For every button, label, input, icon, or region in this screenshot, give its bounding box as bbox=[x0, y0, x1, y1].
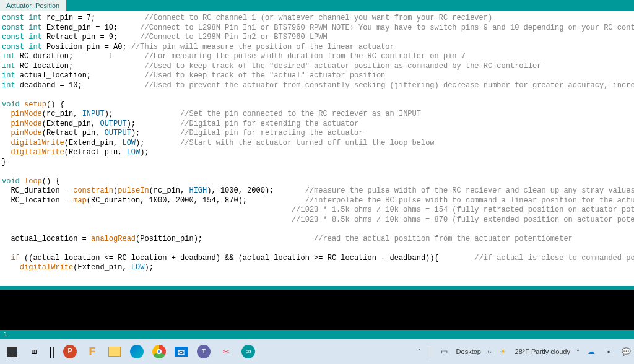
mail-icon[interactable]: ✉ bbox=[172, 342, 191, 361]
tray-expand-icon[interactable]: ˄ bbox=[576, 349, 580, 355]
comment: //Set the pin connected to the RC reciev… bbox=[180, 110, 421, 118]
code-text: RC_location; bbox=[15, 62, 74, 71]
comment: //Connect to RC channel 1 (or whatever c… bbox=[144, 14, 492, 22]
comment: //1023 * 1.5k ohms / 10k ohms = 154 (ful… bbox=[292, 206, 634, 214]
arduino-icon[interactable]: ∞ bbox=[239, 342, 258, 361]
keyword: const int bbox=[2, 43, 42, 51]
comment: //Used to prevent the actuator from cons… bbox=[144, 81, 634, 90]
code-text: Retract_pin = 9; bbox=[42, 33, 118, 41]
function-call: digitalWrite bbox=[11, 139, 64, 147]
comment: //Used to keep track of the "actual" act… bbox=[144, 71, 385, 80]
keyword: int bbox=[2, 81, 15, 90]
console-output[interactable] bbox=[0, 290, 634, 330]
code-text: RC_duration = bbox=[2, 186, 73, 195]
constant: OUTPUT bbox=[105, 129, 131, 137]
code-text: Extend_pin = 10; bbox=[42, 24, 118, 32]
code-text: ); bbox=[144, 263, 153, 272]
battery-icon[interactable]: ▪ bbox=[603, 346, 614, 357]
code-text: (Retract_pin, bbox=[64, 148, 127, 157]
comment: //Digital pin for extending the actuator bbox=[180, 119, 358, 128]
snip-icon[interactable]: ✂ bbox=[217, 342, 235, 361]
code-text: (Retract_pin, bbox=[42, 129, 105, 137]
function-call: constrain bbox=[73, 186, 113, 195]
function-name: loop bbox=[24, 177, 42, 186]
keyword-if: if bbox=[2, 254, 20, 262]
code-text: actual_location; bbox=[15, 71, 91, 80]
constant: LOW bbox=[131, 263, 145, 272]
comment: //This pin will measure the position of … bbox=[127, 43, 394, 51]
constant: HIGH bbox=[189, 186, 207, 195]
comment: //measure the pulse width of the RC reci… bbox=[305, 186, 634, 195]
code-text: ); bbox=[105, 110, 113, 118]
file-explorer-icon[interactable] bbox=[105, 342, 124, 361]
editor-tab-bar: Actuator_Position bbox=[0, 0, 634, 11]
code-text: ); bbox=[127, 119, 136, 128]
teams-icon[interactable]: T bbox=[194, 342, 213, 361]
code-text: actual_location = bbox=[2, 235, 91, 243]
keyword: const int bbox=[2, 24, 42, 32]
chevron-up-icon[interactable]: ˄ bbox=[418, 349, 421, 355]
code-text: (Extend_pin, bbox=[73, 263, 131, 272]
comment: //Start with the actuator turned off unt… bbox=[180, 139, 434, 147]
function-call: digitalWrite bbox=[20, 263, 73, 272]
chevron-right-icon[interactable]: ›› bbox=[487, 349, 492, 355]
function-name: setup bbox=[24, 100, 46, 109]
windows-logo-icon bbox=[7, 347, 17, 357]
desktop-label[interactable]: Desktop bbox=[456, 348, 481, 355]
taskbar-divider-icon: ‖ bbox=[47, 342, 57, 361]
code-text: (Position_pin); bbox=[136, 235, 202, 243]
chrome-icon[interactable] bbox=[150, 342, 168, 361]
comment: //Connect to L298N Pin In1 or BTS7960 RP… bbox=[140, 24, 634, 32]
onedrive-icon[interactable]: ☁ bbox=[586, 346, 597, 357]
comment: //Used to keep track of the "desired" ac… bbox=[144, 62, 541, 71]
keyword: const int bbox=[2, 14, 42, 22]
comment: //read the actual position from the actu… bbox=[314, 235, 573, 243]
keyword: const int bbox=[2, 33, 42, 41]
edge-icon[interactable] bbox=[128, 342, 146, 361]
file-app-icon[interactable]: F bbox=[83, 342, 102, 361]
constant: OUTPUT bbox=[100, 119, 126, 128]
editor-container: const int rc_pin = 7; //Connect to RC ch… bbox=[0, 11, 634, 339]
comment: //Connect to L298N Pin In2 or BTS7960 LP… bbox=[140, 33, 327, 41]
function-call: pinMode bbox=[11, 119, 41, 128]
keyword: void bbox=[2, 177, 20, 186]
keyword: int bbox=[2, 71, 15, 80]
taskbar-tray: ˄ ▭ Desktop ›› ☀ 28°F Partly cloudy ˄ ☁ … bbox=[418, 345, 632, 358]
code-text: ), 1000, 2000); bbox=[207, 186, 274, 195]
notification-icon[interactable]: 💬 bbox=[620, 346, 632, 357]
task-view-button[interactable]: ⊞ bbox=[25, 342, 43, 361]
code-text: (rc_pin, bbox=[42, 110, 82, 118]
weather-icon: ☀ bbox=[498, 346, 509, 357]
code-editor[interactable]: const int rc_pin = 7; //Connect to RC ch… bbox=[0, 11, 634, 286]
code-text: ); bbox=[140, 148, 149, 157]
weather-text[interactable]: 28°F Partly cloudy bbox=[515, 348, 570, 355]
code-text: (rc_pin, bbox=[149, 186, 189, 195]
code-text: RC_location = bbox=[2, 196, 73, 205]
constant: LOW bbox=[122, 139, 136, 147]
desktop-peek-icon[interactable]: ▭ bbox=[439, 346, 450, 357]
tray-divider bbox=[430, 345, 430, 358]
function-call: pinMode bbox=[11, 129, 41, 137]
powerpoint-icon[interactable]: P bbox=[61, 342, 79, 361]
windows-taskbar: ⊞ ‖ P F ✉ T ✂ ∞ ˄ ▭ Desktop ›› ☀ 28°F Pa… bbox=[0, 339, 634, 364]
start-button[interactable] bbox=[2, 342, 21, 361]
code-text: ); bbox=[131, 129, 140, 137]
keyword: int bbox=[2, 52, 15, 61]
comment: //For measuring the pulse width duration… bbox=[144, 52, 465, 61]
constant: LOW bbox=[127, 148, 141, 157]
code-text: (Extend_pin, bbox=[42, 119, 100, 128]
function-call: digitalWrite bbox=[11, 148, 64, 157]
code-text: (Extend_pin, bbox=[64, 139, 123, 147]
comment: //if actual is close to commanded positi… bbox=[474, 254, 634, 262]
function-call: analogRead bbox=[91, 235, 136, 243]
code-text: deadband = 10; bbox=[15, 81, 82, 90]
tab-actuator-position[interactable]: Actuator_Position bbox=[0, 0, 66, 11]
code-text: (RC_duration, 1000, 2000, 154, 870); bbox=[87, 196, 247, 205]
text-cursor: I bbox=[109, 52, 113, 61]
code-text: ((actual_location <= RC_location + deadb… bbox=[20, 254, 439, 262]
keyword: void bbox=[2, 100, 20, 109]
keyword: int bbox=[2, 62, 15, 71]
function-call: map bbox=[73, 196, 87, 205]
code-text: rc_pin = 7; bbox=[42, 14, 95, 22]
constant: INPUT bbox=[82, 110, 105, 118]
